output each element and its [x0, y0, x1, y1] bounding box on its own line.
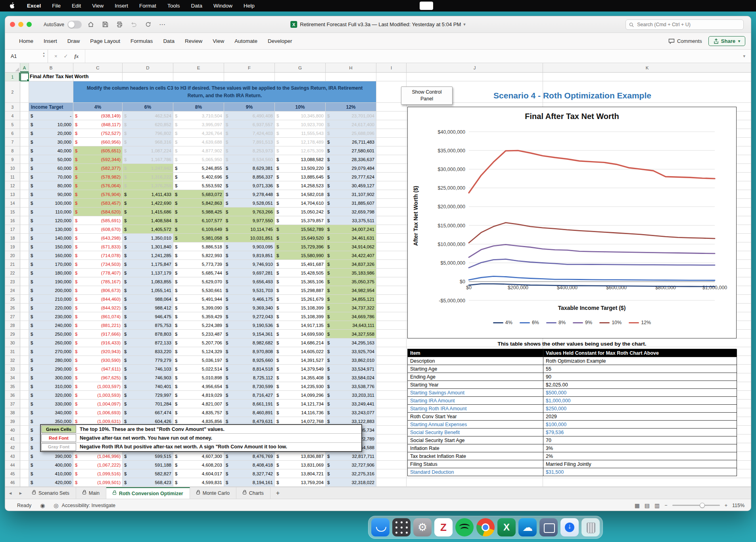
cell[interactable]: $30,000	[29, 138, 73, 146]
cell[interactable]	[376, 338, 407, 347]
column-header-F[interactable]: F	[224, 63, 275, 73]
constants-value[interactable]: 2029	[543, 413, 737, 421]
column-header-G[interactable]: G	[275, 63, 326, 73]
ribbon-tab-developer[interactable]: Developer	[268, 38, 292, 44]
row-header-13[interactable]: 13	[5, 190, 20, 199]
cell[interactable]	[376, 452, 407, 461]
cell[interactable]: $210,000	[29, 295, 73, 304]
cell[interactable]	[20, 338, 29, 347]
cell[interactable]: $9,903,095	[224, 242, 275, 251]
cell[interactable]	[543, 478, 751, 487]
cell[interactable]	[20, 181, 29, 190]
cell[interactable]: $(671,833)	[73, 242, 123, 251]
cell[interactable]	[376, 234, 407, 242]
cell[interactable]: $4,819,029	[173, 391, 224, 400]
cell[interactable]	[20, 111, 29, 120]
comments-button[interactable]: Comments	[668, 38, 702, 44]
cell[interactable]: $(576,904)	[73, 190, 123, 199]
cell[interactable]: $10,031,851	[224, 234, 275, 242]
undo-icon[interactable]	[129, 20, 139, 29]
cell[interactable]: $(930,590)	[73, 356, 123, 365]
cell[interactable]: $15,491,687	[275, 260, 326, 269]
row-header-5[interactable]: 5	[5, 120, 20, 129]
cell[interactable]: $32,659,798	[326, 208, 376, 216]
cell[interactable]: $1,405,572	[123, 225, 173, 234]
cell[interactable]: $(752,527)	[73, 129, 123, 138]
cell[interactable]: $-	[29, 111, 73, 120]
row-header-9[interactable]: 9	[5, 155, 20, 164]
column-header-D[interactable]: D	[123, 63, 173, 73]
cell[interactable]: $420,000	[29, 478, 73, 487]
cell[interactable]	[20, 208, 29, 216]
cell[interactable]: $6,107,577	[173, 216, 224, 225]
row-header-7[interactable]: 7	[5, 138, 20, 146]
cell[interactable]: $875,753	[123, 321, 173, 330]
settings-dock-icon[interactable]: ⚙	[413, 518, 432, 536]
cell[interactable]: $250,000	[29, 330, 73, 338]
cell[interactable]	[20, 408, 29, 417]
row-header-33[interactable]: 33	[5, 365, 20, 373]
cell[interactable]	[20, 321, 29, 330]
excel-dock-icon[interactable]: X	[497, 518, 516, 536]
cell[interactable]	[20, 155, 29, 164]
cell[interactable]	[376, 330, 407, 338]
cell[interactable]: $9,154,361	[224, 330, 275, 338]
cell[interactable]: $340,000	[29, 408, 73, 417]
cell[interactable]: $8,327,742	[224, 469, 275, 478]
sheet-tab-monte-carlo[interactable]: Monte Carlo	[190, 487, 236, 499]
cell[interactable]	[376, 373, 407, 382]
instruction-banner[interactable]: Modify the column headers in cells C3 to…	[73, 81, 376, 103]
cell[interactable]: $30,459,127	[326, 181, 376, 190]
cell[interactable]: $5,359,429	[173, 312, 224, 321]
cell[interactable]: $9,278,448	[224, 190, 275, 199]
cell[interactable]	[376, 164, 407, 173]
cell[interactable]: $8,408,418	[224, 461, 275, 469]
cell[interactable]	[376, 426, 407, 434]
cell[interactable]: $330,000	[29, 400, 73, 408]
cell[interactable]	[376, 225, 407, 234]
formula-bar-expand-icon[interactable]: ▾	[743, 54, 745, 59]
cell[interactable]: $(1,006,693)	[73, 408, 123, 417]
cell[interactable]: $15,428,505	[275, 269, 326, 277]
cell[interactable]	[20, 434, 29, 443]
row-header-4[interactable]: 4	[5, 111, 20, 120]
cell[interactable]: $8,460,891	[224, 408, 275, 417]
cell[interactable]: $(1,003,593)	[73, 391, 123, 400]
cell[interactable]	[20, 260, 29, 269]
page-break-view-icon[interactable]: ▥	[654, 502, 660, 509]
cell[interactable]: $5,822,993	[173, 251, 224, 260]
constants-value[interactable]: 3%	[543, 444, 737, 452]
ribbon-tab-formulas[interactable]: Formulas	[130, 38, 153, 44]
cell[interactable]	[20, 103, 29, 111]
cell[interactable]: $14,699,590	[275, 330, 326, 338]
menu-item-insert[interactable]: Insert	[115, 3, 128, 9]
constants-item[interactable]: Starting Savings Amount	[408, 389, 543, 397]
ribbon-tab-draw[interactable]: Draw	[67, 38, 80, 44]
add-sheet-button[interactable]: +	[271, 487, 285, 499]
cell[interactable]: $5,530,661	[173, 286, 224, 295]
cell[interactable]: $8,856,337	[224, 173, 275, 181]
cell[interactable]	[20, 452, 29, 461]
cell[interactable]	[20, 129, 29, 138]
cell[interactable]: $4,639,688	[173, 138, 224, 146]
cell[interactable]: $878,803	[123, 330, 173, 338]
cell[interactable]: $15,108,399	[275, 304, 326, 312]
constants-item[interactable]: Filing Status	[408, 460, 543, 468]
cell[interactable]: $5,402,696	[173, 173, 224, 181]
cell[interactable]: $33,862,010	[326, 356, 376, 365]
cell[interactable]: $462,524	[123, 111, 173, 120]
cell[interactable]: $(734,503)	[73, 260, 123, 269]
cell[interactable]	[376, 73, 407, 81]
zoom-level[interactable]: 115%	[732, 503, 744, 508]
cell[interactable]: $23,701,004	[326, 111, 376, 120]
cell[interactable]: $5,842,863	[173, 199, 224, 208]
cell-b1-title[interactable]: Final After Tax Net Worth	[30, 74, 88, 79]
trash-dock-icon[interactable]	[581, 518, 600, 536]
cell[interactable]: $5,553,592	[173, 181, 224, 190]
cell[interactable]: $1,167,786	[123, 155, 173, 164]
cell[interactable]: $15,108,399	[275, 312, 326, 321]
row-header-22[interactable]: 22	[5, 269, 20, 277]
constants-value[interactable]: Roth Optimization Example	[543, 357, 737, 365]
cell[interactable]: $701,284	[123, 400, 173, 408]
cell[interactable]	[20, 347, 29, 356]
